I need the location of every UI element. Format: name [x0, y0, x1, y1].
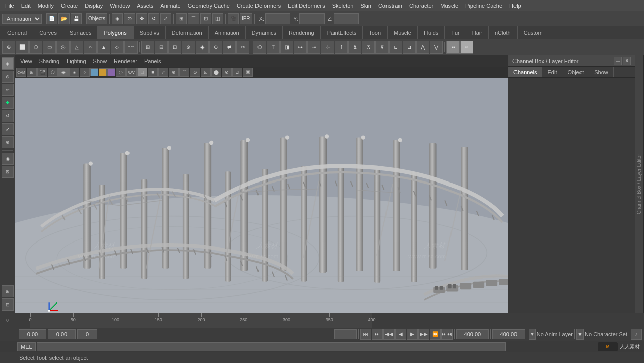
extrude-btn[interactable]: ⬡ [253, 41, 266, 54]
render-btn[interactable]: 🎥 [228, 13, 239, 24]
time-start-input2[interactable] [48, 329, 76, 339]
menu-create[interactable]: Create [58, 2, 81, 10]
soft-select-left[interactable]: ◉ [2, 153, 14, 165]
select-tool-left[interactable]: ◈ [2, 57, 14, 70]
vp-icon-color2[interactable] [99, 68, 107, 76]
cube-btn[interactable]: ⬜ [16, 41, 29, 54]
tab-polygons[interactable]: Polygons [98, 26, 133, 39]
lasso-tool-left[interactable]: ⊙ [2, 71, 14, 83]
flip-btn[interactable]: ⋁ [430, 41, 443, 54]
vp-renderer-menu[interactable]: Renderer [111, 57, 140, 65]
universal-tool-left[interactable]: ⊕ [2, 136, 14, 148]
menu-pipeline-cache[interactable]: Pipeline Cache [462, 2, 505, 10]
command-input[interactable] [37, 342, 506, 351]
panel-collapse-btn[interactable]: — [614, 57, 622, 65]
save-scene-btn[interactable]: 💾 [71, 13, 82, 24]
mode-selector[interactable]: Animation Modeling Rigging [2, 14, 42, 24]
tab-custom[interactable]: Custom [518, 26, 549, 39]
menu-constrain[interactable]: Constrain [375, 2, 405, 10]
plane-btn[interactable]: ▭ [43, 41, 56, 54]
append-btn[interactable]: ◨ [280, 41, 293, 54]
split-btn[interactable]: ⊸ [307, 41, 320, 54]
rp-tab-object[interactable]: Object [562, 67, 589, 77]
pb-go-start[interactable]: ⏮ [360, 329, 371, 340]
rotate-tool-btn[interactable]: ↺ [148, 13, 159, 24]
snap-surface-btn[interactable]: ◫ [212, 13, 223, 24]
tab-rendering[interactable]: Rendering [283, 26, 321, 39]
vp-icon-flat[interactable]: ◈ [69, 68, 79, 77]
pb-step-back[interactable]: ◀◀ [383, 329, 395, 340]
paint-tool-left[interactable]: ✏ [2, 84, 14, 96]
vp-icon-select-high[interactable]: ⊙ [190, 68, 200, 77]
checkerboard1-btn[interactable]: ▪▪ [446, 41, 460, 54]
time-start-input1[interactable] [19, 329, 46, 339]
pb-play-fwd[interactable]: ▶ [407, 329, 418, 340]
menu-edit-deformers[interactable]: Edit Deformers [285, 2, 328, 10]
pb-step-fwd[interactable]: ▶▶ [418, 329, 429, 340]
vp-icon-color3[interactable] [107, 68, 115, 76]
vp-icon-deform[interactable]: ⊿ [232, 68, 242, 77]
rp-tab-edit[interactable]: Edit [542, 67, 562, 77]
layer-editor-left[interactable]: ⊞ [2, 285, 14, 297]
open-scene-btn[interactable]: 📂 [58, 13, 70, 24]
project-btn[interactable]: ⊶ [294, 41, 307, 54]
char-set-dropdown[interactable]: ▼ [576, 329, 584, 340]
objects-label-btn[interactable]: Objects [86, 13, 107, 24]
snap-grid-btn[interactable]: ⊞ [176, 13, 187, 24]
tab-curves[interactable]: Curves [33, 26, 63, 39]
menu-create-deformers[interactable]: Create Deformers [234, 2, 284, 10]
vp-icon-light[interactable]: ○ [80, 68, 90, 77]
y-input[interactable] [299, 13, 325, 24]
vp-icon-joint[interactable]: ⊗ [222, 68, 232, 77]
vp-icon-uv[interactable]: UV [126, 68, 137, 77]
cone-btn[interactable]: △ [70, 41, 83, 54]
vp-icon-bookmark[interactable]: ⌘ [243, 68, 253, 77]
audio-btn[interactable]: ♪ [631, 329, 642, 340]
menu-modify[interactable]: Modify [35, 2, 57, 10]
vp-icon-cam[interactable]: CAM [16, 68, 26, 77]
tab-subdivs[interactable]: Subdivs [134, 26, 166, 39]
clip-btn[interactable]: ✂ [236, 41, 249, 54]
menu-display[interactable]: Display [82, 2, 106, 10]
insert-loop-btn[interactable]: ⊹ [321, 41, 334, 54]
pipe-btn[interactable]: ○ [84, 41, 97, 54]
tab-deformation[interactable]: Deformation [166, 26, 209, 39]
separate-btn[interactable]: ⊟ [155, 41, 168, 54]
frame-input-zero[interactable] [77, 329, 97, 339]
anim-layer-dropdown[interactable]: ▼ [529, 329, 536, 340]
menu-muscle[interactable]: Muscle [437, 2, 461, 10]
z-input[interactable] [334, 13, 359, 24]
bridge-btn[interactable]: ⌶ [267, 41, 280, 54]
hypershade-left[interactable]: ⊟ [2, 298, 14, 311]
booleans-btn[interactable]: ⊗ [182, 41, 195, 54]
menu-geometry-cache[interactable]: Geometry Cache [185, 2, 233, 10]
vp-icon-color1[interactable] [90, 68, 98, 76]
cylinder-btn[interactable]: ⬡ [29, 41, 42, 54]
menu-file[interactable]: File [2, 2, 17, 10]
snap-point-btn[interactable]: ⊡ [200, 13, 211, 24]
new-scene-btn[interactable]: 📄 [46, 13, 57, 24]
transfer-btn[interactable]: ⇄ [223, 41, 236, 54]
tab-animation[interactable]: Animation [209, 26, 246, 39]
extract-btn[interactable]: ⊡ [168, 41, 181, 54]
torus-btn[interactable]: ◎ [56, 41, 70, 54]
combine-btn[interactable]: ⊞ [141, 41, 154, 54]
menu-help[interactable]: Help [506, 2, 524, 10]
tab-painteffects[interactable]: PaintEffects [321, 26, 363, 39]
vp-icon-grid[interactable]: ⊞ [27, 68, 37, 77]
viewport[interactable]: View Shading Lighting Show Renderer Pane… [15, 55, 508, 313]
vp-icon-edge[interactable]: ⊡ [201, 68, 211, 77]
merge-to-btn[interactable]: ⊿ [403, 41, 416, 54]
menu-window[interactable]: Window [107, 2, 133, 10]
rotate-tool-left[interactable]: ↺ [2, 110, 14, 122]
menu-character[interactable]: Character [406, 2, 436, 10]
frame-end-input[interactable]: 400 [334, 329, 357, 339]
pb-next-key[interactable]: ⏩ [430, 329, 441, 340]
tab-surfaces[interactable]: Surfaces [63, 26, 98, 39]
vp-view-menu[interactable]: View [17, 57, 35, 65]
move-tool-btn[interactable]: ✥ [136, 13, 147, 24]
tab-toon[interactable]: Toon [363, 26, 388, 39]
tab-ncloth[interactable]: nCloth [489, 26, 518, 39]
vp-icon-object-space[interactable]: ⊕ [169, 68, 179, 77]
pb-prev-key[interactable]: ⏭ [372, 329, 383, 340]
